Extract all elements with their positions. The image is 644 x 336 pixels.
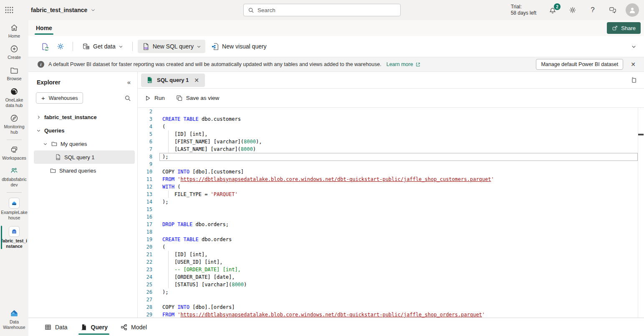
app-launcher-icon[interactable] (0, 0, 18, 20)
code-editor-area[interactable]: 23CREATE TABLE dbo.customers4(5 [ID] [in… (138, 108, 644, 318)
settings-button[interactable] (566, 3, 580, 17)
tree-item-warehouse[interactable]: fabric_test_instance (34, 110, 135, 124)
new-sql-query-button[interactable]: SQL New SQL query (138, 40, 205, 53)
notifications-button[interactable]: 2 (546, 3, 560, 17)
folder-icon (51, 140, 58, 147)
code-line[interactable]: 8); (138, 153, 638, 160)
code-text: ( (162, 243, 165, 251)
rail-item-home[interactable]: Home (0, 20, 28, 41)
code-line[interactable]: 23 -- [ORDER_DATE] [int], (138, 266, 638, 273)
collapse-panel-icon[interactable]: « (125, 78, 133, 87)
rail-item-dbtlabsfabricdev[interactable]: dbtlabsfabricdev (0, 163, 28, 190)
svg-text:SQL: SQL (148, 81, 152, 83)
rail-label: Workspaces (2, 155, 26, 161)
get-data-label: Get data (93, 43, 116, 50)
code-line[interactable]: 27 (138, 296, 638, 303)
fabric-app-window: fabric_test_instance Trial: 58 days left… (0, 0, 644, 336)
code-line[interactable]: 28COPY INTO [dbo].[orders] (138, 303, 638, 311)
rail-item-data-warehouse[interactable]: Data Warehouse (0, 305, 28, 333)
code-line[interactable]: 3CREATE TABLE dbo.customers (138, 115, 638, 123)
rail-label: Browse (7, 76, 21, 81)
run-button[interactable]: Run (144, 95, 165, 102)
indent-guide (168, 251, 169, 258)
new-visual-query-button[interactable]: New visual query (207, 40, 271, 53)
code-line[interactable]: 24 [ORDER_DATE] [date], (138, 273, 638, 281)
code-line[interactable]: 13 FILE_TYPE = 'PARQUET' (138, 191, 638, 198)
code-line[interactable]: 16 (138, 213, 638, 221)
query-settings-button[interactable] (53, 40, 68, 53)
explorer-panel: Explorer « + Warehouses fabric_test_i (28, 72, 138, 318)
banner-close-icon[interactable]: ✕ (627, 59, 639, 69)
gear-icon (568, 6, 577, 14)
rail-item-fabric-test-instance[interactable]: fabric_test_instance (0, 223, 28, 252)
workspace-switcher[interactable]: fabric_test_instance (31, 7, 96, 13)
banner-message: A default Power BI dataset for faster re… (48, 61, 381, 67)
code-line[interactable]: 5 [ID] [int], (138, 130, 638, 138)
rail-item-workspaces[interactable]: Workspaces (0, 142, 28, 163)
code-line[interactable]: 26); (138, 288, 638, 296)
save-as-view-button[interactable]: Save as view (176, 94, 220, 102)
code-text: COPY INTO [dbo].[customers] (162, 168, 244, 176)
code-line[interactable]: 4( (138, 123, 638, 130)
tab-home[interactable]: Home (34, 21, 54, 35)
account-avatar[interactable] (626, 3, 639, 17)
code-line[interactable]: 18 (138, 228, 638, 236)
code-line[interactable]: 19CREATE TABLE dbo.orders (138, 236, 638, 243)
help-icon: ? (591, 6, 594, 14)
code-line[interactable]: 20( (138, 243, 638, 251)
workspace-name: fabric_test_instance (31, 7, 87, 13)
code-line[interactable]: 21 [ID] [int], (138, 251, 638, 258)
help-button[interactable]: ? (586, 3, 600, 17)
rail-item-examplelakehouse[interactable]: ExampleLakehouse (0, 195, 28, 223)
tab-data[interactable]: Data (41, 318, 71, 336)
rail-item-create[interactable]: Create (0, 41, 28, 63)
tree-item-queries[interactable]: Queries (34, 124, 135, 137)
rail-item-onelake-data-hub[interactable]: OneLake data hub (0, 84, 28, 111)
toolbar-separator (73, 42, 73, 51)
ribbon-collapse-button[interactable] (627, 40, 640, 53)
code-line[interactable]: 29FROM 'https://dbtlabsynapsedatalake.bl… (138, 311, 638, 318)
rail-item-browse[interactable]: Browse (0, 63, 28, 84)
scrollbar-marker[interactable] (638, 134, 644, 135)
code-line[interactable]: 9 (138, 160, 638, 168)
code-text: CREATE TABLE dbo.customers (162, 115, 241, 123)
code-line[interactable]: 2 (138, 108, 638, 115)
tree-item-shared-queries[interactable]: Shared queries (34, 164, 135, 177)
rail-item-monitoring-hub[interactable]: Monitoring hub (0, 111, 28, 137)
close-tab-icon[interactable]: ✕ (192, 76, 201, 84)
rail-label: fabric_test_instance (1, 238, 28, 249)
ribbon-toolbar: Get data SQL New SQL query New (28, 36, 644, 57)
copy-button[interactable] (626, 75, 641, 86)
code-text: ); (162, 198, 168, 206)
tree-item-sql-query-1[interactable]: SQL SQL query 1 (34, 150, 135, 164)
editor-tab-strip: SQL SQL query 1 ✕ (138, 72, 644, 89)
code-line[interactable]: 14); (138, 198, 638, 206)
code-line[interactable]: 12WITH ( (138, 183, 638, 191)
code-line[interactable]: 25 [STATUS] [varchar](8000) (138, 281, 638, 288)
code-line[interactable]: 7 [LAST_NAME] [varchar](8000) (138, 145, 638, 153)
code-line[interactable]: 6 [FIRST_NAME] [varchar](8000), (138, 138, 638, 145)
code-line[interactable]: 22 [USER_ID] [int], (138, 258, 638, 266)
share-button[interactable]: Share (607, 22, 641, 34)
explorer-title: Explorer (37, 79, 61, 86)
sql-file-icon: SQL (142, 43, 150, 51)
refresh-report-button[interactable] (38, 40, 52, 53)
tree-item-my-queries[interactable]: My queries (34, 137, 135, 150)
search-input[interactable] (258, 7, 396, 13)
feedback-button[interactable] (606, 3, 620, 17)
code-line[interactable]: 10COPY INTO [dbo].[customers] (138, 168, 638, 176)
editor-tab-sql-query-1[interactable]: SQL SQL query 1 ✕ (141, 74, 205, 87)
tab-query[interactable]: Query (77, 318, 111, 336)
code-line[interactable]: 17DROP TABLE dbo.orders; (138, 221, 638, 228)
explorer-search-button[interactable] (123, 94, 132, 103)
manage-default-dataset-button[interactable]: Manage default Power BI dataset (536, 59, 623, 70)
tab-model[interactable]: Model (117, 318, 150, 336)
add-warehouses-button[interactable]: + Warehouses (36, 92, 83, 104)
code-line[interactable]: 11FROM 'https://dbtlabsynapsedatalake.bl… (138, 176, 638, 183)
code-lines: 23CREATE TABLE dbo.customers4(5 [ID] [in… (138, 108, 638, 318)
line-number: 25 (138, 281, 152, 288)
editor-scrollbar[interactable] (638, 108, 644, 318)
get-data-button[interactable]: Get data (78, 40, 127, 53)
code-line[interactable]: 15 (138, 206, 638, 213)
learn-more-link[interactable]: Learn more (386, 61, 421, 67)
